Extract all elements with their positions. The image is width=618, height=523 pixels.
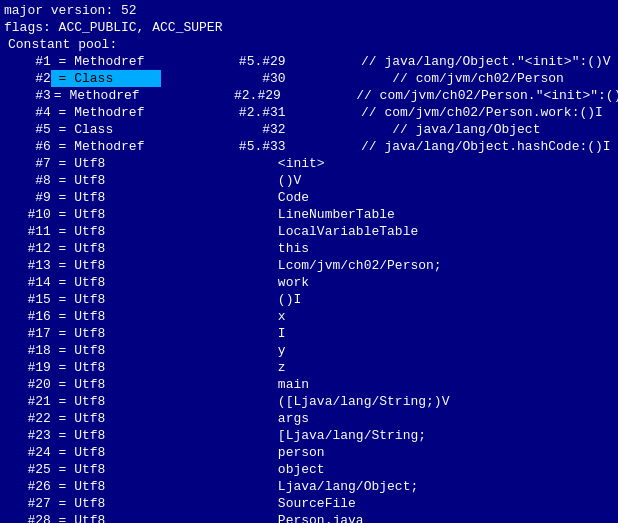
entry-type: = Utf8 — [51, 478, 161, 495]
entry-value: ()V — [161, 172, 301, 189]
entry-type: = Utf8 — [51, 274, 161, 291]
entry-type: = Utf8 — [51, 308, 161, 325]
entry-type: = Utf8 — [51, 512, 161, 523]
entry-value: Ljava/lang/Object; — [161, 478, 418, 495]
entry-number: #6 — [4, 138, 51, 155]
entry-value: y — [161, 342, 291, 359]
pool-entry: #6 = Methodref #5.#33 // java/lang/Objec… — [4, 138, 614, 155]
entry-value: x — [161, 308, 291, 325]
entry-value: this — [161, 240, 309, 257]
entry-value: SourceFile — [161, 495, 356, 512]
entry-value: <init> — [161, 155, 325, 172]
entry-number: #5 — [4, 121, 51, 138]
pool-entry: #26 = Utf8 Ljava/lang/Object; — [4, 478, 614, 495]
entry-number: #28 — [4, 512, 51, 523]
pool-entry: #4 = Methodref #2.#31 // com/jvm/ch02/Pe… — [4, 104, 614, 121]
pool-entry: #16 = Utf8 x — [4, 308, 614, 325]
pool-entry: #8 = Utf8 ()V — [4, 172, 614, 189]
pool-entry: #23 = Utf8 [Ljava/lang/String; — [4, 427, 614, 444]
entry-number: #16 — [4, 308, 51, 325]
entry-value: main — [161, 376, 309, 393]
entry-comment: // com/jvm/ch02/Person.work:()I — [291, 104, 603, 121]
pool-entry: #19 = Utf8 z — [4, 359, 614, 376]
entry-number: #21 — [4, 393, 51, 410]
pool-entry: #10 = Utf8 LineNumberTable — [4, 206, 614, 223]
entry-value: #2.#31 — [161, 104, 291, 121]
entry-number: #20 — [4, 376, 51, 393]
entry-type: = Utf8 — [51, 410, 161, 427]
entry-value: Lcom/jvm/ch02/Person; — [161, 257, 442, 274]
entry-type: = Class — [51, 121, 161, 138]
entry-value: #2.#29 — [156, 87, 286, 104]
entry-type: = Utf8 — [51, 342, 161, 359]
entry-type: = Utf8 — [51, 461, 161, 478]
entry-number: #18 — [4, 342, 51, 359]
pool-entries: #1 = Methodref #5.#29 // java/lang/Objec… — [0, 53, 618, 523]
constant-pool-label: Constant pool: — [4, 36, 614, 53]
entry-number: #2 — [4, 70, 51, 87]
entry-type: = Methodref — [51, 138, 161, 155]
entry-type: = Utf8 — [51, 325, 161, 342]
header-line-2: flags: ACC_PUBLIC, ACC_SUPER — [4, 19, 614, 36]
entry-type: = Utf8 — [51, 359, 161, 376]
entry-number: #22 — [4, 410, 51, 427]
entry-number: #15 — [4, 291, 51, 308]
entry-value: #30 — [161, 70, 291, 87]
entry-type: = Utf8 — [51, 291, 161, 308]
entry-number: #17 — [4, 325, 51, 342]
pool-entry: #24 = Utf8 person — [4, 444, 614, 461]
entry-number: #23 — [4, 427, 51, 444]
entry-value: Code — [161, 189, 309, 206]
entry-number: #27 — [4, 495, 51, 512]
entry-type: = Methodref — [51, 53, 161, 70]
entry-type: = Utf8 — [51, 189, 161, 206]
entry-value: person — [161, 444, 325, 461]
entry-comment: // com/jvm/ch02/Person."<init>":()V — [286, 87, 618, 104]
pool-entry: #15 = Utf8 ()I — [4, 291, 614, 308]
header-line-1: major version: 52 — [4, 2, 614, 19]
entry-type: = Utf8 — [51, 223, 161, 240]
pool-entry: #18 = Utf8 y — [4, 342, 614, 359]
entry-number: #12 — [4, 240, 51, 257]
entry-value: work — [161, 274, 309, 291]
entry-type: = Class — [51, 70, 161, 87]
entry-value: [Ljava/lang/String; — [161, 427, 426, 444]
pool-entry: #22 = Utf8 args — [4, 410, 614, 427]
entry-type: = Utf8 — [51, 393, 161, 410]
pool-entry: #25 = Utf8 object — [4, 461, 614, 478]
entry-type: = Utf8 — [51, 155, 161, 172]
entry-number: #11 — [4, 223, 51, 240]
pool-entry: #21 = Utf8 ([Ljava/lang/String;)V — [4, 393, 614, 410]
entry-type: = Utf8 — [51, 427, 161, 444]
entry-comment: // com/jvm/ch02/Person — [291, 70, 564, 87]
entry-number: #19 — [4, 359, 51, 376]
entry-value: LocalVariableTable — [161, 223, 418, 240]
entry-value: Person.java — [161, 512, 364, 523]
entry-number: #14 — [4, 274, 51, 291]
entry-value: ()I — [161, 291, 301, 308]
editor-area: major version: 52 flags: ACC_PUBLIC, ACC… — [0, 0, 618, 523]
pool-entry: #14 = Utf8 work — [4, 274, 614, 291]
entry-type: = Utf8 — [51, 495, 161, 512]
pool-entry: #1 = Methodref #5.#29 // java/lang/Objec… — [4, 53, 614, 70]
entry-type: = Utf8 — [51, 376, 161, 393]
pool-entry: #13 = Utf8 Lcom/jvm/ch02/Person; — [4, 257, 614, 274]
entry-number: #26 — [4, 478, 51, 495]
entry-comment: // java/lang/Object.hashCode:()I — [291, 138, 611, 155]
pool-entry: #17 = Utf8 I — [4, 325, 614, 342]
entry-number: #7 — [4, 155, 51, 172]
entry-number: #1 — [4, 53, 51, 70]
entry-type: = Utf8 — [51, 257, 161, 274]
entry-value: #5.#29 — [161, 53, 291, 70]
entry-number: #24 — [4, 444, 51, 461]
entry-value: args — [161, 410, 309, 427]
entry-comment: // java/lang/Object — [291, 121, 541, 138]
pool-entry: #27 = Utf8 SourceFile — [4, 495, 614, 512]
entry-type: = Utf8 — [51, 206, 161, 223]
entry-type: = Methodref — [51, 104, 161, 121]
entry-value: LineNumberTable — [161, 206, 395, 223]
entry-number: #13 — [4, 257, 51, 274]
entry-number: #25 — [4, 461, 51, 478]
pool-entry: #9 = Utf8 Code — [4, 189, 614, 206]
pool-entry: #20 = Utf8 main — [4, 376, 614, 393]
